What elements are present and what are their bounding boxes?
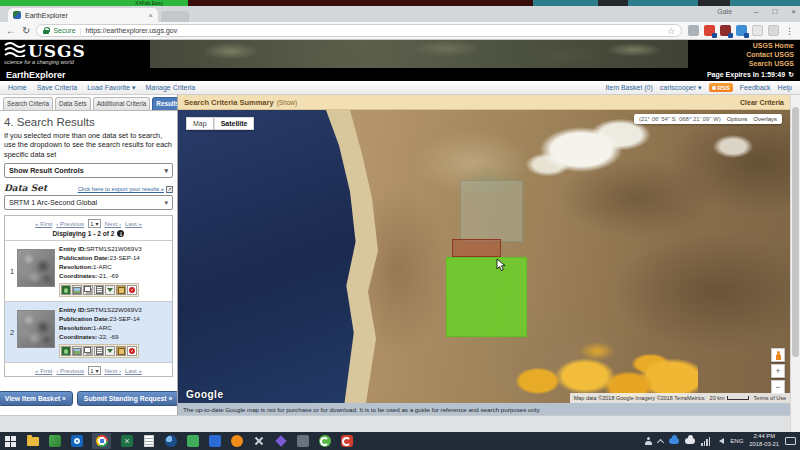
terms-of-use-link[interactable]: Terms of Use — [754, 395, 786, 401]
new-tab-button[interactable] — [161, 11, 189, 22]
tab-data-sets[interactable]: Data Sets — [55, 97, 91, 110]
scene-footprint-selected[interactable] — [446, 257, 527, 337]
taskbar-app-icon[interactable] — [48, 435, 61, 448]
exclude-scene-icon[interactable] — [127, 346, 137, 356]
compare-browse-icon[interactable] — [83, 285, 93, 295]
taskbar-app-icon[interactable] — [296, 435, 309, 448]
window-maximize-button[interactable]: □ — [772, 7, 777, 16]
order-scene-icon[interactable] — [116, 346, 126, 356]
taskbar-app-icon[interactable] — [230, 435, 243, 448]
extension-icon[interactable] — [704, 25, 715, 36]
zoom-out-button[interactable]: − — [771, 380, 785, 394]
file-explorer-icon[interactable] — [26, 435, 39, 448]
result-row[interactable]: 2 Entity ID:SRTM1S22W069V3 Publication D… — [5, 301, 172, 362]
satellite-view-button[interactable]: Satellite — [214, 117, 255, 130]
user-menu[interactable]: carlscooper ▾ — [660, 84, 702, 92]
usgs-logo[interactable]: USGS science for a changing world — [4, 41, 86, 65]
pagination-next[interactable]: Next › — [105, 367, 122, 374]
menu-load-favorite[interactable]: Load Favorite ▾ — [87, 84, 135, 92]
taskbar-app-icon[interactable] — [274, 435, 287, 448]
pagination-last[interactable]: Last » — [125, 367, 142, 374]
onedrive-icon[interactable] — [669, 438, 679, 444]
volume-icon[interactable] — [716, 438, 724, 444]
google-logo[interactable]: Google — [186, 389, 223, 400]
language-indicator[interactable]: ENG — [730, 438, 743, 444]
show-metadata-icon[interactable] — [94, 346, 104, 356]
result-controls-dropdown[interactable]: Show Result Controls ▾ — [4, 163, 173, 178]
page-scrollbar[interactable] — [790, 95, 800, 432]
contact-usgs-link[interactable]: Contact USGS — [746, 51, 794, 60]
extension-icon[interactable] — [736, 25, 747, 36]
map-options-link[interactable]: Options — [727, 116, 748, 122]
download-options-icon[interactable] — [105, 346, 115, 356]
browser-profile-name[interactable]: Gale — [717, 8, 732, 15]
pegman-control[interactable] — [771, 348, 785, 362]
window-minimize-button[interactable]: – — [754, 7, 758, 16]
network-icon[interactable] — [701, 437, 710, 446]
taskbar-app-icon[interactable] — [208, 435, 221, 448]
url-input[interactable]: Secure | https://earthexplorer.usgs.gov … — [36, 24, 682, 37]
submit-standing-request-button[interactable]: Submit Standing Request » — [77, 391, 177, 406]
pagination-previous[interactable]: ‹ Previous — [56, 367, 84, 374]
tray-expand-icon[interactable] — [657, 439, 664, 446]
extension-icon[interactable] — [720, 25, 731, 36]
extension-icon[interactable] — [752, 25, 763, 36]
map-overlays-link[interactable]: Overlays — [753, 116, 777, 122]
tab-close-icon[interactable]: × — [148, 11, 153, 20]
export-results-link[interactable]: Click here to export your results » ↗ — [78, 186, 173, 193]
google-earth-icon[interactable] — [164, 435, 177, 448]
start-button[interactable] — [4, 435, 17, 448]
camtasia-icon[interactable] — [318, 435, 331, 448]
notepad-icon[interactable] — [142, 435, 155, 448]
pagination-first[interactable]: « First — [35, 367, 52, 374]
show-browse-overlay-icon[interactable] — [72, 285, 82, 295]
tab-search-criteria[interactable]: Search Criteria — [3, 97, 53, 110]
bookmark-star-icon[interactable]: ☆ — [667, 26, 675, 36]
chrome-icon-active[interactable] — [92, 433, 111, 449]
info-icon[interactable]: i — [117, 230, 124, 237]
result-thumbnail[interactable] — [17, 249, 55, 287]
search-usgs-link[interactable]: Search USGS — [746, 60, 794, 69]
clear-criteria-link[interactable]: Clear Criteria — [740, 99, 784, 106]
feedback-link[interactable]: Feedback — [740, 84, 771, 91]
people-tray-icon[interactable] — [645, 437, 652, 445]
result-thumbnail[interactable] — [17, 310, 55, 348]
browser-menu-icon[interactable]: ⋮ — [785, 26, 794, 36]
show-footprint-icon[interactable] — [61, 346, 71, 356]
session-refresh-icon[interactable]: ↻ — [788, 71, 794, 79]
menu-save-criteria[interactable]: Save Criteria — [37, 84, 77, 91]
tab-additional-criteria[interactable]: Additional Criteria — [93, 97, 151, 110]
outlook-icon[interactable] — [70, 435, 83, 448]
rss-badge[interactable]: RSS — [709, 83, 733, 92]
order-scene-icon[interactable] — [116, 285, 126, 295]
page-select[interactable]: 1▾ — [88, 219, 100, 228]
compare-browse-icon[interactable] — [83, 346, 93, 356]
camtasia-recorder-icon[interactable] — [340, 435, 353, 448]
pagination-first[interactable]: « First — [35, 220, 52, 227]
item-basket-link[interactable]: Item Basket (0) — [605, 84, 652, 91]
refresh-icon[interactable]: ↻ — [22, 26, 30, 36]
pagination-last[interactable]: Last » — [125, 220, 142, 227]
extension-icon[interactable] — [688, 25, 699, 36]
tab-results[interactable]: Results — [152, 97, 178, 110]
usgs-home-link[interactable]: USGS Home — [746, 42, 794, 51]
result-row[interactable]: 1 Entity ID:SRTM1S21W069V3 Publication D… — [5, 240, 172, 301]
extension-icon[interactable] — [768, 25, 779, 36]
clock[interactable]: 2:44 PM 2018-03-21 — [749, 433, 779, 448]
window-close-button[interactable]: × — [791, 7, 796, 16]
taskbar-app-icon[interactable] — [252, 435, 265, 448]
scene-footprint-red[interactable] — [452, 239, 501, 257]
menu-home[interactable]: Home — [8, 84, 27, 91]
show-metadata-icon[interactable] — [94, 285, 104, 295]
page-select[interactable]: 1▾ — [88, 366, 100, 375]
zoom-in-button[interactable]: + — [771, 364, 785, 378]
scene-footprint-faded[interactable] — [460, 180, 523, 242]
show-browse-overlay-icon[interactable] — [72, 346, 82, 356]
taskbar-app-icon[interactable] — [186, 435, 199, 448]
menu-manage-criteria[interactable]: Manage Criteria — [145, 84, 195, 91]
download-options-icon[interactable] — [105, 285, 115, 295]
touch-keyboard-icon[interactable] — [785, 437, 796, 445]
browser-tab[interactable]: EarthExplorer × — [8, 8, 158, 22]
pagination-previous[interactable]: ‹ Previous — [56, 220, 84, 227]
dataset-select[interactable]: SRTM 1 Arc-Second Global ▾ — [4, 195, 173, 210]
